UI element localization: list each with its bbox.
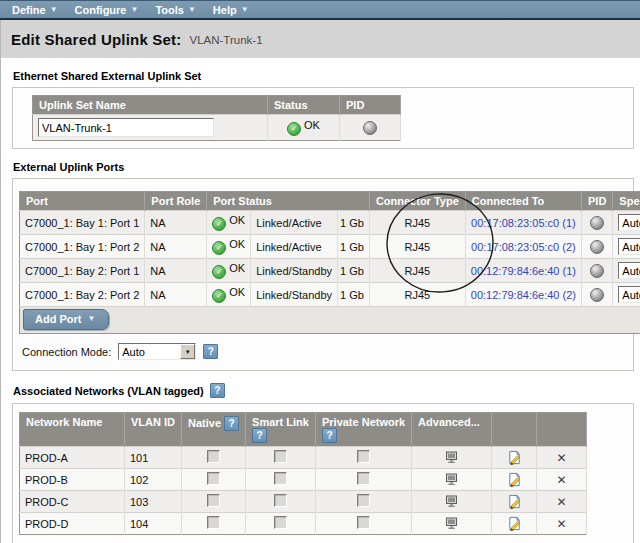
port-row: C7000_1: Bay 2: Port 1 NA ✓OK Linked/Sta…	[20, 259, 640, 283]
uplink-status-cell: ✓OK	[268, 115, 340, 141]
help-icon[interactable]: ?	[322, 428, 337, 443]
connection-mode-select[interactable]: Auto ▼	[118, 343, 196, 360]
smart-link-checkbox[interactable]	[274, 450, 287, 463]
speed-duplex-select[interactable]: Auto▼	[618, 286, 640, 303]
native-checkbox[interactable]	[207, 494, 220, 507]
native-checkbox[interactable]	[207, 516, 220, 529]
port-name: C7000_1: Bay 1: Port 2	[20, 235, 145, 259]
advanced-settings-icon[interactable]	[445, 473, 458, 486]
col-private-network: Private Network?	[315, 413, 411, 447]
speed-duplex-value: Auto	[619, 265, 640, 277]
network-row: PROD-C 103 ✕	[20, 491, 587, 513]
add-port-button[interactable]: Add Port ▼	[23, 309, 109, 330]
menu-help-label: Help	[213, 4, 237, 16]
connected-to-link[interactable]: 00:17:08:23:05:c0 (1)	[471, 217, 576, 229]
col-connector-type: Connector Type	[369, 192, 465, 211]
speed-duplex-value: Auto	[619, 289, 640, 301]
connector-type: RJ45	[369, 235, 465, 259]
port-status-cell: ✓OK	[207, 211, 251, 235]
ports-panel: Port Port Role Port Status Connector Typ…	[12, 178, 634, 371]
port-name: C7000_1: Bay 2: Port 2	[20, 283, 145, 307]
uplink-set-name-input[interactable]	[38, 118, 214, 137]
chevron-down-icon: ▼	[50, 6, 58, 14]
port-role: NA	[145, 235, 207, 259]
page: Define ▼ Configure ▼ Tools ▼ Help ▼ Edit…	[0, 0, 640, 543]
advanced-settings-icon[interactable]	[445, 451, 458, 464]
speed-duplex-select[interactable]: Auto▼	[618, 214, 640, 231]
help-icon[interactable]: ?	[210, 383, 225, 398]
speed-duplex-select[interactable]: Auto▼	[618, 262, 640, 279]
native-checkbox[interactable]	[207, 450, 220, 463]
menu-configure[interactable]: Configure ▼	[71, 4, 152, 16]
col-delete	[537, 413, 587, 447]
native-checkbox[interactable]	[207, 472, 220, 485]
port-link-state: Linked/Active	[251, 211, 338, 235]
connected-to-link[interactable]: 00:12:79:84:6e:40 (2)	[471, 289, 576, 301]
delete-network-button[interactable]: ✕	[557, 473, 567, 487]
port-role: NA	[145, 283, 207, 307]
delete-network-button[interactable]: ✕	[557, 517, 567, 531]
advanced-settings-icon[interactable]	[445, 495, 458, 508]
menu-help[interactable]: Help ▼	[209, 4, 262, 16]
private-network-checkbox[interactable]	[357, 472, 370, 485]
private-network-checkbox[interactable]	[357, 516, 370, 529]
port-link-state: Linked/Active	[251, 235, 338, 259]
menu-define-label: Define	[12, 4, 46, 16]
edit-network-icon[interactable]	[507, 450, 522, 465]
pid-led-icon[interactable]	[363, 121, 377, 135]
private-network-checkbox[interactable]	[357, 450, 370, 463]
edit-network-icon[interactable]	[507, 516, 522, 531]
port-row: C7000_1: Bay 1: Port 1 NA ✓OK Linked/Act…	[20, 211, 640, 235]
col-port-role: Port Role	[145, 192, 207, 211]
connector-type: RJ45	[369, 259, 465, 283]
menu-tools[interactable]: Tools ▼	[151, 4, 208, 16]
vlan-id: 103	[125, 491, 182, 513]
pid-led-icon[interactable]	[590, 264, 604, 278]
col-smart-link: Smart Link?	[246, 413, 316, 447]
networks-section-heading: Associated Networks (VLAN tagged) ?	[13, 383, 634, 398]
smart-link-checkbox[interactable]	[274, 472, 287, 485]
status-ok-label: OK	[229, 214, 245, 226]
status-ok-icon: ✓	[212, 289, 226, 303]
col-native: Native ?	[182, 413, 246, 447]
uplink-set-panel: Uplink Set Name Status PID ✓OK	[12, 87, 634, 149]
ports-section-heading: External Uplink Ports	[13, 161, 634, 173]
port-row: C7000_1: Bay 1: Port 2 NA ✓OK Linked/Act…	[20, 235, 640, 259]
uplink-set-section-heading: Ethernet Shared External Uplink Set	[13, 70, 634, 82]
speed-duplex-select[interactable]: Auto▼	[618, 238, 640, 255]
col-edit	[492, 413, 537, 447]
delete-network-button[interactable]: ✕	[557, 451, 567, 465]
network-name: PROD-A	[20, 447, 125, 469]
col-pid: PID	[582, 192, 613, 211]
private-network-checkbox[interactable]	[357, 494, 370, 507]
pid-led-icon[interactable]	[590, 288, 604, 302]
smart-link-checkbox[interactable]	[274, 516, 287, 529]
pid-led-icon[interactable]	[590, 240, 604, 254]
advanced-settings-icon[interactable]	[445, 517, 458, 530]
connected-to-link[interactable]: 00:12:79:84:6e:40 (1)	[471, 265, 576, 277]
chevron-down-icon: ▼	[241, 6, 249, 14]
network-name: PROD-D	[20, 513, 125, 535]
port-rate: 1 Gb	[338, 235, 370, 259]
connected-to-link[interactable]: 00:17:08:23:05:c0 (2)	[471, 241, 576, 253]
delete-network-button[interactable]: ✕	[557, 495, 567, 509]
help-icon[interactable]: ?	[252, 428, 267, 443]
smart-link-checkbox[interactable]	[274, 494, 287, 507]
port-status-cell: ✓OK	[207, 235, 251, 259]
ports-table: Port Port Role Port Status Connector Typ…	[19, 191, 640, 334]
port-rate: 1 Gb	[338, 283, 370, 307]
status-ok-icon: ✓	[212, 217, 226, 231]
network-name: PROD-B	[20, 469, 125, 491]
edit-network-icon[interactable]	[507, 494, 522, 509]
port-role: NA	[145, 259, 207, 283]
edit-network-icon[interactable]	[507, 472, 522, 487]
help-icon[interactable]: ?	[224, 416, 239, 431]
chevron-down-icon: ▼	[131, 6, 139, 14]
connector-type: RJ45	[369, 283, 465, 307]
pid-led-icon[interactable]	[590, 216, 604, 230]
menu-define[interactable]: Define ▼	[8, 4, 71, 16]
chevron-down-icon: ▼	[188, 6, 196, 14]
help-icon[interactable]: ?	[203, 344, 218, 359]
titlebar: Edit Shared Uplink Set: VLAN-Trunk-1	[1, 20, 640, 58]
col-smart-link-label: Smart Link	[252, 416, 309, 428]
